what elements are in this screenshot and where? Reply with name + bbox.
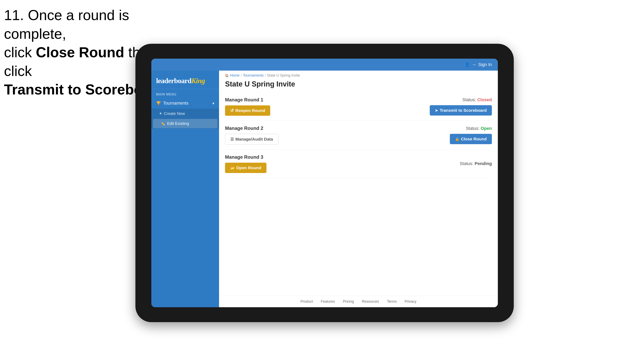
footer: Product Features Pricing Resources Terms…	[219, 296, 498, 307]
footer-features[interactable]: Features	[321, 300, 335, 304]
sign-in-area[interactable]: Sign In	[464, 62, 492, 67]
round-2-status: Status: Open	[466, 126, 492, 131]
app-body: leaderboardKing MAIN MENU Tournaments Cr…	[151, 71, 498, 307]
close-icon	[455, 137, 460, 141]
breadcrumb-home[interactable]: Home	[230, 73, 240, 78]
round-3-title: Manage Round 3	[225, 154, 266, 160]
chevron-down-icon	[212, 101, 214, 106]
round-1-status: Status: Closed	[462, 97, 492, 102]
manage-audit-button[interactable]: Manage/Audit Data	[225, 134, 278, 145]
round-2-row: Manage Round 2 Manage/Audit Data Status:…	[225, 121, 492, 150]
edit-existing-label: Edit Existing	[167, 121, 189, 126]
round-3-row: Manage Round 3 Open Round Status: Pendin…	[225, 150, 492, 178]
open-round-button[interactable]: Open Round	[225, 163, 266, 173]
footer-privacy[interactable]: Privacy	[405, 300, 416, 304]
tablet-frame: Sign In leaderboardKing MAIN MENU Tourna…	[136, 44, 514, 322]
footer-resources[interactable]: Resources	[362, 300, 379, 304]
trophy-icon	[156, 101, 161, 106]
page-title: State U Spring Invite	[219, 79, 498, 92]
round-1-row: Manage Round 1 Reopen Round Status: Clos…	[225, 92, 492, 121]
create-new-label: Create New	[164, 111, 185, 116]
breadcrumb: Home / Tournaments / State U Spring Invi…	[219, 71, 498, 79]
round-3-status: Status: Pending	[460, 161, 492, 166]
top-bar: Sign In	[151, 59, 498, 71]
user-icon	[464, 62, 470, 67]
breadcrumb-tournaments[interactable]: Tournaments	[243, 73, 264, 78]
round-2-right: Status: Open Close Round	[450, 126, 492, 144]
round-2-left: Manage Round 2 Manage/Audit Data	[225, 126, 278, 145]
round-2-status-value: Open	[481, 126, 492, 131]
logo: leaderboardKing	[156, 77, 214, 85]
round-1-title: Manage Round 1	[225, 97, 270, 103]
rounds-section: Manage Round 1 Reopen Round Status: Clos…	[219, 92, 498, 296]
edit-icon	[161, 121, 165, 126]
signin-label[interactable]: Sign In	[478, 62, 492, 67]
sidebar: leaderboardKing MAIN MENU Tournaments Cr…	[151, 71, 219, 307]
sidebar-item-create-new[interactable]: Create New	[151, 109, 219, 119]
sidebar-item-tournaments[interactable]: Tournaments	[151, 98, 219, 109]
round-2-title: Manage Round 2	[225, 126, 278, 131]
signin-icon	[472, 62, 476, 67]
transmit-icon	[435, 108, 438, 113]
tournaments-label: Tournaments	[163, 101, 188, 106]
breadcrumb-current: State U Spring Invite	[267, 73, 300, 78]
reopen-round-button[interactable]: Reopen Round	[225, 105, 270, 116]
round-1-status-value: Closed	[477, 97, 492, 102]
tablet-screen: Sign In leaderboardKing MAIN MENU Tourna…	[151, 59, 498, 307]
manage-icon	[230, 137, 234, 142]
plus-icon	[159, 111, 162, 116]
sidebar-item-edit-existing[interactable]: Edit Existing	[153, 119, 218, 128]
transmit-to-scoreboard-button[interactable]: Transmit to Scoreboard	[430, 105, 492, 116]
sidebar-submenu: Create New Edit Existing	[151, 109, 219, 129]
close-round-button[interactable]: Close Round	[450, 134, 492, 144]
round-3-right: Status: Pending	[460, 161, 492, 166]
round-1-left: Manage Round 1 Reopen Round	[225, 97, 270, 116]
round-3-status-value: Pending	[474, 161, 492, 166]
main-menu-label: MAIN MENU	[151, 89, 219, 98]
open-icon	[230, 166, 234, 170]
footer-product[interactable]: Product	[300, 300, 313, 304]
footer-terms[interactable]: Terms	[387, 300, 397, 304]
home-icon	[225, 73, 229, 78]
round-3-left: Manage Round 3 Open Round	[225, 154, 266, 173]
main-content: Home / Tournaments / State U Spring Invi…	[219, 71, 498, 307]
reopen-icon	[230, 108, 234, 113]
footer-pricing[interactable]: Pricing	[343, 300, 354, 304]
sidebar-logo: leaderboardKing	[151, 71, 219, 89]
round-1-right: Status: Closed Transmit to Scoreboard	[430, 97, 492, 116]
